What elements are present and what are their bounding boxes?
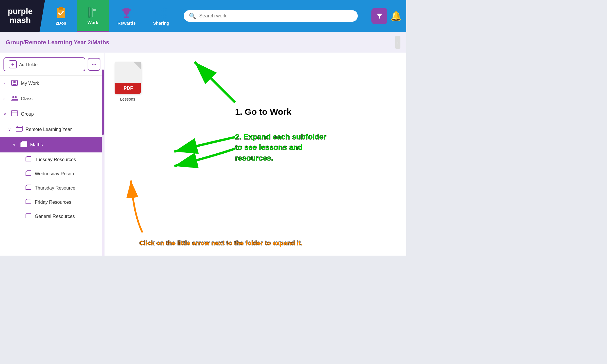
clipboard-check-icon bbox=[55, 7, 67, 19]
maths-label: Maths bbox=[30, 142, 43, 148]
logo[interactable]: purple mash bbox=[0, 0, 45, 32]
share-icon bbox=[155, 7, 167, 19]
add-folder-button[interactable]: + Add folder bbox=[3, 57, 85, 71]
sidebar-item-class[interactable]: › Class bbox=[0, 91, 104, 106]
breadcrumb-bar: Group/Remote Learning Year 2/Maths › bbox=[0, 32, 406, 53]
sidebar-scrollbar[interactable] bbox=[102, 70, 104, 256]
pdf-file-icon: .PDF bbox=[115, 62, 141, 94]
svg-rect-18 bbox=[11, 111, 18, 116]
sidebar-toolbar: + Add folder ··· bbox=[0, 53, 104, 76]
chevron-right-icon-class: › bbox=[3, 97, 8, 101]
svg-rect-6 bbox=[93, 10, 96, 11]
general-folder-icon bbox=[24, 212, 32, 220]
sidebar-tree: › My Work › Class ∨ Group bbox=[0, 76, 104, 256]
click-hint-annotation: Click on the little arrow next to the fo… bbox=[139, 239, 302, 247]
file-grid: .PDF Lessons bbox=[113, 62, 398, 101]
nav-label-2dos: 2Dos bbox=[56, 21, 66, 26]
general-label: General Resources bbox=[35, 214, 75, 219]
friday-label: Friday Resources bbox=[35, 200, 71, 205]
sidebar-item-maths[interactable]: ∨ Maths bbox=[0, 137, 104, 152]
svg-rect-4 bbox=[92, 8, 93, 17]
nav-items: 2Dos Work Rewards bbox=[45, 0, 178, 32]
sidebar-item-friday[interactable]: › Friday Resources bbox=[0, 195, 104, 209]
nav-item-sharing[interactable]: Sharing bbox=[144, 0, 178, 32]
svg-point-9 bbox=[163, 8, 166, 11]
pdf-badge: .PDF bbox=[115, 83, 141, 94]
remote-learning-icon bbox=[15, 125, 23, 134]
my-work-icon bbox=[10, 79, 19, 88]
svg-rect-8 bbox=[124, 17, 129, 18]
class-label: Class bbox=[21, 96, 32, 101]
sidebar-scrollbar-thumb bbox=[102, 70, 104, 135]
thursday-label: Thursday Resource bbox=[35, 185, 75, 191]
search-input[interactable] bbox=[199, 13, 353, 19]
chevron-down-icon-group: ∨ bbox=[3, 112, 8, 116]
content-area: .PDF Lessons 1. Go to Work 2. Expand eac… bbox=[104, 53, 406, 256]
nav-label-work: Work bbox=[87, 20, 98, 25]
plus-icon: + bbox=[9, 60, 17, 68]
wednesday-folder-icon bbox=[24, 170, 32, 178]
notification-bell-button[interactable]: 🔔 bbox=[390, 10, 402, 21]
chevron-down-icon-remote: ∨ bbox=[8, 127, 13, 132]
sidebar-item-remote-learning[interactable]: ∨ Remote Learning Year bbox=[0, 122, 104, 137]
sidebar-item-group[interactable]: ∨ Group bbox=[0, 106, 104, 122]
sidebar-item-general[interactable]: › General Resources bbox=[0, 209, 104, 223]
main-layout: + Add folder ··· › My Work › Class bbox=[0, 53, 406, 256]
svg-rect-1 bbox=[59, 7, 63, 10]
nav-item-rewards[interactable]: Rewards bbox=[109, 0, 144, 32]
svg-rect-7 bbox=[126, 14, 127, 17]
sidebar-item-wednesday[interactable]: › Wednesday Resou... bbox=[0, 167, 104, 181]
friday-folder-icon bbox=[24, 198, 32, 206]
remote-learning-label: Remote Learning Year bbox=[26, 127, 72, 132]
search-area: 🔍 bbox=[178, 0, 367, 32]
tuesday-folder-icon bbox=[24, 156, 32, 163]
sidebar-item-thursday[interactable]: › Thursday Resource bbox=[0, 181, 104, 195]
svg-point-16 bbox=[12, 96, 15, 98]
svg-point-17 bbox=[15, 96, 17, 98]
logo-text: purple mash bbox=[8, 7, 33, 25]
sidebar-expand-handle[interactable]: › bbox=[395, 36, 400, 49]
wednesday-label: Wednesday Resou... bbox=[35, 171, 78, 176]
svg-rect-5 bbox=[93, 9, 96, 10]
group-label: Group bbox=[21, 112, 34, 117]
sidebar-item-my-work[interactable]: › My Work bbox=[0, 76, 104, 91]
book-icon bbox=[86, 6, 99, 19]
nav-label-rewards: Rewards bbox=[118, 21, 136, 26]
chevron-right-icon: › bbox=[3, 81, 8, 85]
filter-button[interactable] bbox=[371, 8, 387, 24]
trophy-icon bbox=[120, 7, 133, 19]
nav-item-work[interactable]: Work bbox=[77, 0, 109, 32]
group-icon bbox=[10, 110, 19, 119]
add-folder-label: Add folder bbox=[19, 62, 39, 67]
search-icon: 🔍 bbox=[189, 12, 196, 19]
sidebar: + Add folder ··· › My Work › Class bbox=[0, 53, 104, 256]
svg-point-10 bbox=[156, 11, 159, 15]
chevron-down-icon-maths: ∨ bbox=[13, 143, 17, 147]
my-work-label: My Work bbox=[21, 81, 39, 86]
tuesday-label: Tuesday Resources bbox=[35, 157, 76, 162]
filter-icon bbox=[375, 12, 384, 20]
maths-folder-icon bbox=[20, 140, 28, 149]
step2-annotation: 2. Expand each subfolder to see lessons … bbox=[235, 132, 326, 163]
svg-line-12 bbox=[159, 10, 163, 12]
more-options-button[interactable]: ··· bbox=[88, 58, 100, 71]
file-name-lessons: Lessons bbox=[120, 97, 135, 101]
svg-point-11 bbox=[163, 15, 166, 18]
breadcrumb: Group/Remote Learning Year 2/Maths bbox=[6, 39, 109, 46]
search-box: 🔍 bbox=[184, 10, 358, 22]
class-icon bbox=[10, 94, 19, 103]
svg-line-13 bbox=[159, 14, 163, 16]
thursday-folder-icon bbox=[24, 184, 32, 192]
svg-rect-21 bbox=[16, 126, 22, 131]
svg-point-15 bbox=[13, 81, 16, 83]
top-navigation: purple mash 2Dos Work bbox=[0, 0, 406, 32]
nav-item-2dos[interactable]: 2Dos bbox=[45, 0, 77, 32]
sidebar-item-tuesday[interactable]: › Tuesday Resources bbox=[0, 152, 104, 167]
nav-right-buttons: 🔔 bbox=[367, 0, 406, 32]
file-item-lessons[interactable]: .PDF Lessons bbox=[113, 62, 142, 101]
step1-annotation: 1. Go to Work bbox=[235, 107, 291, 117]
nav-label-sharing: Sharing bbox=[153, 21, 169, 26]
